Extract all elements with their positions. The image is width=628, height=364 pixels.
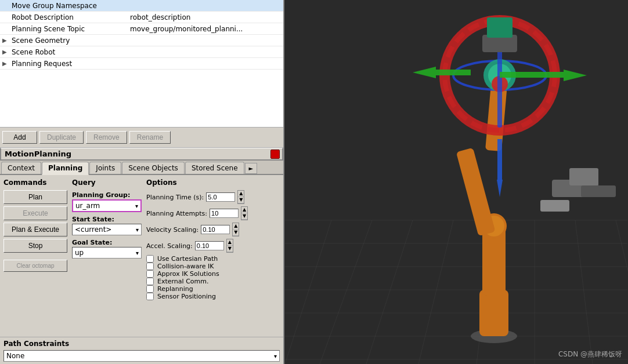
close-button[interactable] <box>270 150 280 159</box>
dropdown-arrow-icon: ▾ <box>135 203 138 209</box>
checkbox-use-cartesian-path[interactable] <box>146 255 154 263</box>
planning-attempts-input[interactable] <box>210 209 239 218</box>
tab-joints[interactable]: Joints <box>89 162 121 174</box>
svg-rect-33 <box>500 72 564 78</box>
tab-context[interactable]: Context <box>1 162 41 174</box>
tab-scene-objects[interactable]: Scene Objects <box>122 162 185 174</box>
planning-time-input[interactable] <box>206 192 235 202</box>
action-buttons-row: Add Duplicate Remove Rename <box>0 128 283 148</box>
duplicate-button[interactable]: Duplicate <box>39 131 84 144</box>
expand-arrow-icon[interactable]: ▶ <box>2 60 9 67</box>
spinner-up-icon[interactable]: ▲ <box>227 239 233 246</box>
watermark: CSDN @燕肆稀饭呀 <box>558 350 622 359</box>
goal-state-arrow-icon: ▾ <box>136 250 139 256</box>
spinner-up-icon[interactable]: ▲ <box>233 223 239 230</box>
velocity-scaling-input[interactable] <box>201 225 230 234</box>
checkbox-row-5: Sensor Positioning <box>146 293 280 300</box>
checkbox-sensor-positioning[interactable] <box>146 293 154 300</box>
plan-button[interactable]: Plan <box>3 190 67 204</box>
3d-viewport: CSDN @燕肆稀饭呀 <box>284 0 628 364</box>
checkboxes-container: Use Cartesian PathCollision-aware IKAppr… <box>146 255 280 300</box>
velocity-scaling-label: Velocity Scaling: <box>146 226 198 234</box>
motion-planning-header: MotionPlanning <box>0 148 283 161</box>
expand-arrow-icon[interactable]: ▶ <box>2 37 9 43</box>
query-label: Query <box>72 179 142 187</box>
planning-attempts-spinner[interactable]: ▲ ▼ <box>241 206 248 220</box>
commands-column: Commands Plan Execute Plan & Execute Sto… <box>3 179 67 333</box>
spinner-down-icon[interactable]: ▼ <box>227 246 233 252</box>
planning-group-field-label: Planning Group: <box>72 191 142 199</box>
goal-state-dropdown[interactable]: up ▾ <box>72 247 142 259</box>
svg-rect-39 <box>569 168 598 185</box>
planning-group-dropdown[interactable]: ur_arm ▾ <box>72 199 142 212</box>
checkbox-label: Use Cartesian Path <box>157 255 218 263</box>
path-constraints-arrow-icon: ▾ <box>274 353 277 359</box>
start-state-field-label: Start State: <box>72 216 142 223</box>
goal-state-field-label: Goal State: <box>72 239 142 246</box>
spinner-down-icon[interactable]: ▼ <box>238 197 244 203</box>
rename-button[interactable]: Rename <box>129 131 171 144</box>
property-row[interactable]: Planning Scene Topicmove_group/monitored… <box>0 23 283 35</box>
spinner-down-icon[interactable]: ▼ <box>233 230 239 236</box>
svg-rect-35 <box>497 139 502 180</box>
checkbox-row-4: Replanning <box>146 285 280 293</box>
checkbox-row-1: Collision-aware IK <box>146 263 280 270</box>
options-column: Options Planning Time (s): ▲ ▼ Planning … <box>146 179 280 333</box>
motion-planning-title: MotionPlanning <box>5 150 71 158</box>
planning-time-label: Planning Time (s): <box>146 194 204 201</box>
add-button[interactable]: Add <box>2 131 37 144</box>
property-row[interactable]: ▶Scene Robot <box>0 46 283 58</box>
plan-execute-button[interactable]: Plan & Execute <box>3 223 67 236</box>
left-panel: Move Group NamespaceRobot Descriptionrob… <box>0 0 284 364</box>
svg-rect-40 <box>581 185 616 197</box>
remove-button[interactable]: Remove <box>86 131 127 144</box>
path-constraints-dropdown[interactable]: None ▾ <box>3 350 280 362</box>
goal-state-value: up <box>75 249 84 257</box>
planning-attempts-label: Planning Attempts: <box>146 210 207 217</box>
planning-content: Commands Plan Execute Plan & Execute Sto… <box>0 175 283 337</box>
accel-scaling-input[interactable] <box>195 241 224 250</box>
tab-stored-scene[interactable]: Stored Scene <box>185 162 244 174</box>
options-label: Options <box>146 179 280 187</box>
checkbox-replanning[interactable] <box>146 285 154 293</box>
start-state-dropdown[interactable]: <current> ▾ <box>72 224 142 235</box>
svg-rect-31 <box>436 70 471 75</box>
path-constraints-value: None <box>6 352 24 360</box>
commands-label: Commands <box>3 179 67 187</box>
start-state-value: <current> <box>75 225 111 234</box>
planning-group-label: Planning Group: ur_arm ▾ <box>72 191 142 212</box>
property-row[interactable]: ▶Planning Request <box>0 58 283 70</box>
svg-rect-41 <box>540 200 569 212</box>
start-state-group: Start State: <current> ▾ <box>72 216 142 235</box>
velocity-scaling-spinner[interactable]: ▲ ▼ <box>232 223 239 236</box>
accel-scaling-row: Accel. Scaling: ▲ ▼ <box>146 239 280 253</box>
checkbox-label: Replanning <box>157 285 193 293</box>
checkbox-external-comm.[interactable] <box>146 278 154 285</box>
checkbox-approx-ik-solutions[interactable] <box>146 270 154 278</box>
velocity-scaling-row: Velocity Scaling: ▲ ▼ <box>146 223 280 236</box>
expand-arrow-icon[interactable]: ▶ <box>2 49 9 55</box>
property-row[interactable]: Robot Descriptionrobot_description <box>0 12 283 23</box>
tab-more-button[interactable]: ► <box>245 163 258 174</box>
spinner-up-icon[interactable]: ▲ <box>238 191 244 197</box>
stop-button[interactable]: Stop <box>3 239 67 253</box>
clear-octomap-button[interactable]: Clear octomap <box>3 260 67 272</box>
planning-time-spinner[interactable]: ▲ ▼ <box>237 190 244 204</box>
spinner-up-icon[interactable]: ▲ <box>241 207 247 213</box>
checkbox-row-0: Use Cartesian Path <box>146 255 280 263</box>
start-state-arrow-icon: ▾ <box>136 227 139 233</box>
path-constraints-section: Path Constraints None ▾ <box>0 337 283 364</box>
spinner-down-icon[interactable]: ▼ <box>241 213 247 220</box>
checkbox-collision-aware-ik[interactable] <box>146 263 154 270</box>
execute-button[interactable]: Execute <box>3 206 67 220</box>
query-column: Query Planning Group: ur_arm ▾ Start Sta… <box>72 179 142 333</box>
accel-scaling-spinner[interactable]: ▲ ▼ <box>226 239 233 253</box>
tabs-row: ContextPlanningJointsScene ObjectsStored… <box>0 161 283 175</box>
svg-rect-37 <box>487 17 512 38</box>
tab-planning[interactable]: Planning <box>42 162 89 175</box>
accel-scaling-label: Accel. Scaling: <box>146 242 193 250</box>
property-row[interactable]: Move Group Namespace <box>0 0 283 12</box>
checkbox-label: Collision-aware IK <box>157 263 214 270</box>
property-row[interactable]: ▶Scene Geometry <box>0 35 283 46</box>
planning-time-row: Planning Time (s): ▲ ▼ <box>146 190 280 204</box>
